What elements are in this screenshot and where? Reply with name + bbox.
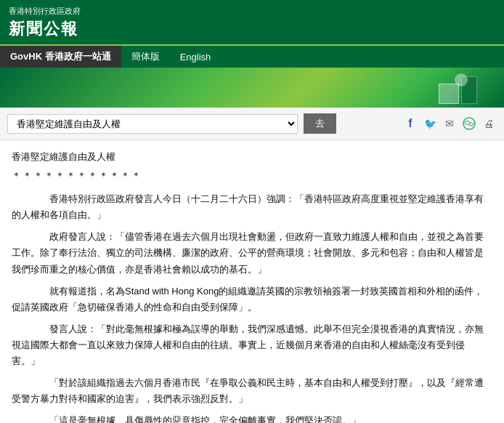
banner bbox=[0, 68, 504, 108]
paragraph-1: 香港特別行政區政府發言人今日（十二月二十六日）強調：「香港特區政府高度重視並堅定… bbox=[12, 191, 492, 223]
article-stars: ＊＊＊＊＊＊＊＊＊＊＊＊ bbox=[12, 168, 492, 184]
navbar: GovHK 香港政府一站通 簡体版 English bbox=[0, 44, 504, 68]
print-icon[interactable]: 🖨 bbox=[481, 116, 497, 132]
paragraph-4: 發言人說：「對此毫無根據和極為誤導的舉動，我們深感遺憾。此舉不但完全漠視香港的真… bbox=[12, 321, 492, 369]
banner-circle bbox=[455, 73, 468, 86]
header-subtitle: 香港特別行政區政府 bbox=[9, 6, 495, 17]
header-title: 新聞公報 bbox=[9, 18, 495, 40]
govhk-nav-item[interactable]: GovHK 香港政府一站通 bbox=[0, 46, 121, 68]
article-title: 香港堅定維護自由及人權 bbox=[12, 149, 492, 165]
wechat-icon[interactable] bbox=[461, 116, 477, 132]
email-icon[interactable]: ✉ bbox=[442, 116, 458, 132]
paragraph-6: 「這是毫無根據、具傷辱性的惡意指控，完全偏離事實，我們堅決否認。」 bbox=[12, 413, 492, 423]
article-content: 香港堅定維護自由及人權 ＊＊＊＊＊＊＊＊＊＊＊＊ 香港特別行政區政府發言人今日（… bbox=[0, 140, 504, 423]
toolbar: 香港堅定維護自由及人權 去 f 🐦 ✉ 🖨 bbox=[0, 108, 504, 140]
go-button[interactable]: 去 bbox=[304, 113, 336, 134]
paragraph-3: 就有報道指，名為Stand with Hong Kong的組織邀請英國的宗教領袖… bbox=[12, 283, 492, 315]
banner-decoration bbox=[439, 71, 497, 104]
twitter-icon[interactable]: 🐦 bbox=[422, 116, 438, 132]
paragraph-5: 「對於該組織指過去六個月香港市民『在爭取公義和民主時，基本自由和人權受到打壓』，… bbox=[12, 375, 492, 407]
svg-point-2 bbox=[469, 123, 473, 126]
english-nav-link[interactable]: English bbox=[170, 47, 221, 67]
banner-shape-1 bbox=[439, 84, 459, 104]
facebook-icon[interactable]: f bbox=[402, 116, 418, 132]
topic-select[interactable]: 香港堅定維護自由及人權 bbox=[7, 114, 298, 134]
paragraph-2: 政府發言人說：「儘管香港在過去六個月出現社會動盪，但政府一直致力維護人權和自由，… bbox=[12, 229, 492, 277]
simplified-nav-link[interactable]: 簡体版 bbox=[121, 46, 170, 68]
page-header: 香港特別行政區政府 新聞公報 bbox=[0, 0, 504, 44]
social-icons: f 🐦 ✉ 🖨 bbox=[402, 116, 497, 132]
